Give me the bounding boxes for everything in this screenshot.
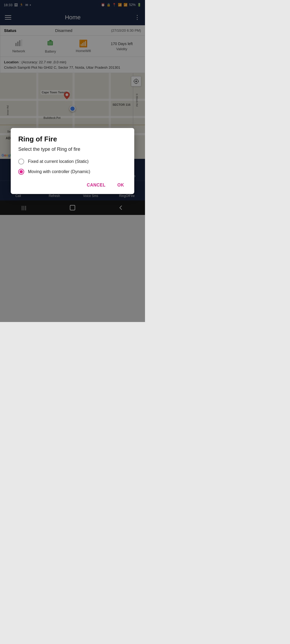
radio-static[interactable] [18,159,24,164]
ring-of-fire-dialog: Ring of Fire Select the type of Ring of … [11,128,134,194]
cancel-button[interactable]: CANCEL [84,181,108,189]
dialog-overlay: Ring of Fire Select the type of Ring of … [0,0,145,322]
radio-dynamic-fill [20,170,23,173]
option-static-label: Fixed at current location (Static) [28,159,89,164]
option-dynamic-label: Moving with controller (Dynamic) [28,169,90,174]
dialog-subtitle: Select the type of Ring of fire [18,146,127,153]
ok-button[interactable]: OK [115,181,127,189]
dialog-title: Ring of Fire [18,135,127,143]
radio-dynamic[interactable] [18,169,24,175]
dialog-actions: CANCEL OK [18,181,127,189]
option-dynamic[interactable]: Moving with controller (Dynamic) [18,169,127,175]
option-static[interactable]: Fixed at current location (Static) [18,159,127,164]
